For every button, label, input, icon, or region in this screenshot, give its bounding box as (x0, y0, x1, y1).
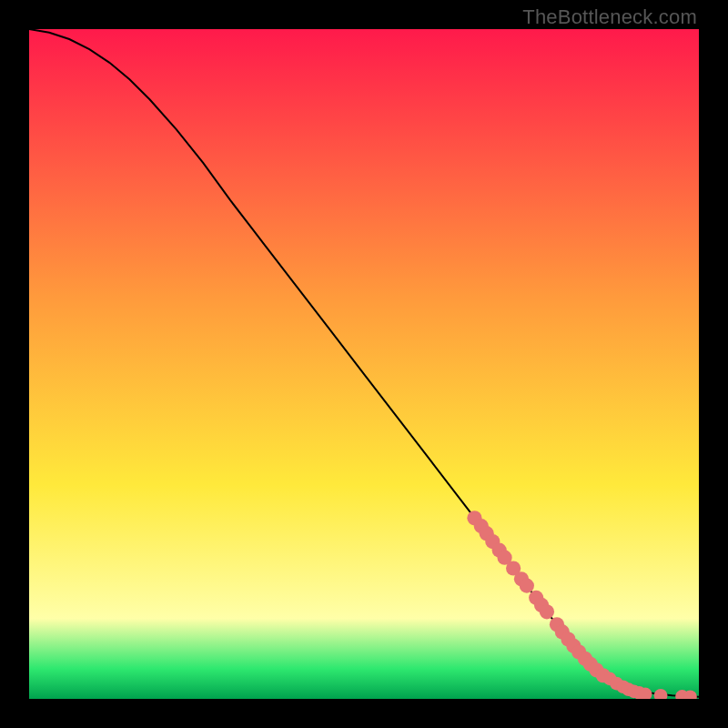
marker-group (467, 511, 696, 699)
plot-area (29, 29, 699, 699)
bottleneck-curve (29, 29, 699, 697)
curve-layer (29, 29, 699, 699)
data-marker (654, 689, 668, 699)
watermark-text: TheBottleneck.com (522, 5, 697, 29)
data-marker (540, 604, 554, 619)
chart-frame: TheBottleneck.com (0, 0, 728, 728)
data-marker (520, 579, 534, 593)
